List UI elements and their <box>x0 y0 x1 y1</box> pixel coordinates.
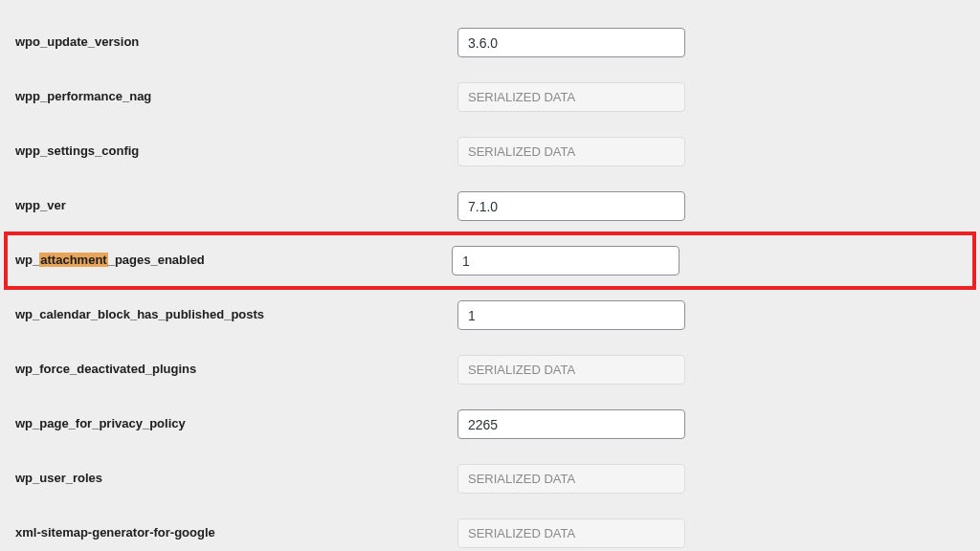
option-key-label: wp_force_deactivated_plugins <box>11 362 457 378</box>
option-key-label: wpp_settings_config <box>11 143 457 160</box>
option-value-cell <box>457 409 685 439</box>
option-row: wpp_ver <box>0 179 980 233</box>
option-key-label: wp_attachment_pages_enabled <box>11 253 452 269</box>
serialized-data-badge: SERIALIZED DATA <box>457 464 685 494</box>
option-row: wpo_update_version <box>0 15 980 70</box>
option-value-cell <box>457 300 685 330</box>
label-suffix: _pages_enabled <box>108 253 205 267</box>
option-value-cell: SERIALIZED DATA <box>457 464 685 494</box>
option-value-input[interactable] <box>457 409 685 439</box>
serialized-data-badge: SERIALIZED DATA <box>457 355 685 385</box>
option-value-cell <box>457 191 685 221</box>
option-value-cell: SERIALIZED DATA <box>457 82 685 112</box>
option-key-label: wp_calendar_block_has_published_posts <box>11 307 457 323</box>
option-row: wpp_performance_nag SERIALIZED DATA <box>0 70 980 124</box>
serialized-data-badge: SERIALIZED DATA <box>457 82 685 112</box>
option-key-label: wpp_ver <box>11 198 457 214</box>
option-key-label: wp_page_for_privacy_policy <box>11 416 457 432</box>
option-value-input[interactable] <box>457 300 685 330</box>
option-value-input[interactable] <box>457 28 685 57</box>
option-value-cell: SERIALIZED DATA <box>457 137 685 166</box>
option-value-cell <box>452 246 679 276</box>
option-row: wp_user_roles SERIALIZED DATA <box>0 452 980 506</box>
option-row: wpp_settings_config SERIALIZED DATA <box>0 124 980 179</box>
option-value-cell <box>457 28 685 57</box>
option-key-label: xml-sitemap-generator-for-google <box>11 525 457 541</box>
option-key-label: wpp_performance_nag <box>11 89 457 105</box>
option-key-label: wpo_update_version <box>11 34 457 51</box>
option-key-label: wp_user_roles <box>11 471 457 487</box>
option-value-cell: SERIALIZED DATA <box>457 518 685 548</box>
option-value-input[interactable] <box>457 191 685 221</box>
serialized-data-badge: SERIALIZED DATA <box>457 137 685 166</box>
label-search-hit: attachment <box>39 253 107 267</box>
option-value-cell: SERIALIZED DATA <box>457 355 685 385</box>
label-prefix: wp_ <box>15 253 39 267</box>
option-row-highlighted: wp_attachment_pages_enabled <box>6 233 974 288</box>
option-row: wp_calendar_block_has_published_posts <box>0 288 980 342</box>
option-value-input[interactable] <box>452 246 679 276</box>
option-row: wp_page_for_privacy_policy <box>0 397 980 452</box>
option-row: xml-sitemap-generator-for-google SERIALI… <box>0 506 980 551</box>
options-list: wpo_update_version wpp_performance_nag S… <box>0 0 980 551</box>
serialized-data-badge: SERIALIZED DATA <box>457 518 685 548</box>
option-row: wp_force_deactivated_plugins SERIALIZED … <box>0 342 980 397</box>
